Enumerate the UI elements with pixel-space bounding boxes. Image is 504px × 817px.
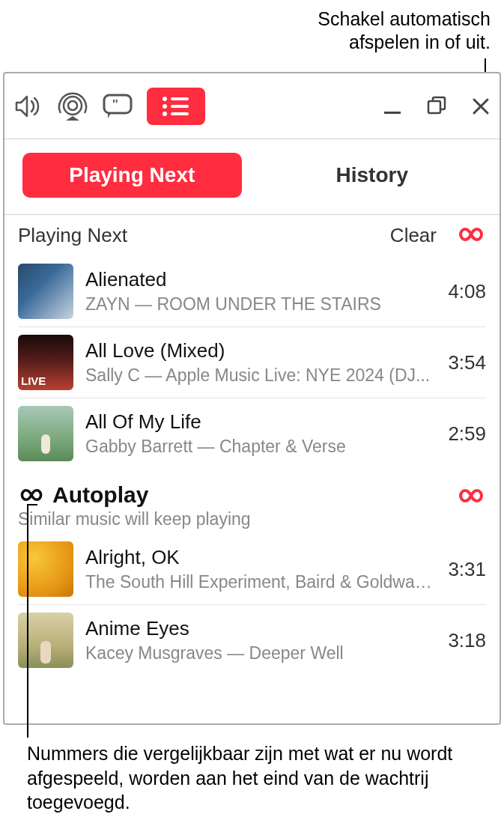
album-artwork [18,264,73,319]
titlebar-right [383,96,491,117]
svg-point-6 [163,104,167,109]
queue-tabs: Playing Next History [4,139,500,215]
svg-rect-11 [428,101,440,113]
tab-playing-next[interactable]: Playing Next [22,153,242,198]
lyrics-icon[interactable]: '' [102,93,133,120]
svg-text:'': '' [112,98,118,111]
volume-icon[interactable] [13,94,43,119]
svg-rect-10 [384,112,401,114]
infinity-icon [456,225,486,243]
track-duration: 3:31 [448,558,486,581]
track-title: Alright, OK [85,546,436,569]
airplay-icon[interactable] [57,92,88,121]
track-info: Anime Eyes Kacey Musgraves — Deeper Well [85,617,436,663]
queue-list-icon [160,95,192,118]
track-info: All Love (Mixed) Sally C — Apple Music L… [85,339,436,386]
titlebar-left: '' [13,88,205,125]
track-subtitle: ZAYN — ROOM UNDER THE STAIRS [85,294,436,315]
track-duration: 2:59 [448,422,486,446]
track-info: Alienated ZAYN — ROOM UNDER THE STAIRS [85,268,436,315]
track-row[interactable]: Alienated ZAYN — ROOM UNDER THE STAIRS 4… [18,256,486,327]
callout-line [27,504,28,738]
album-artwork [18,335,73,390]
track-info: Alright, OK The South Hill Experiment, B… [85,546,436,592]
svg-rect-5 [171,97,189,100]
album-artwork [18,406,73,461]
section-actions: Clear [390,224,486,247]
autoplay-header-left: Autoplay Similar music will keep playing [18,482,251,529]
track-info: All Of My Life Gabby Barrett — Chapter &… [85,410,436,457]
svg-rect-7 [171,105,189,108]
track-row[interactable]: All Love (Mixed) Sally C — Apple Music L… [18,327,486,398]
svg-point-1 [64,97,82,115]
autoplay-toggle[interactable] [456,225,486,246]
track-title: All Love (Mixed) [85,339,436,362]
autoplay-title: Autoplay [52,482,148,508]
clear-button[interactable]: Clear [390,224,437,247]
playing-next-header: Playing Next Clear [4,215,500,256]
svg-point-0 [68,101,77,110]
track-title: All Of My Life [85,410,436,434]
infinity-icon [456,487,486,505]
minimize-icon[interactable] [383,97,402,116]
track-title: Anime Eyes [85,617,436,640]
track-title: Alienated [85,268,436,291]
autoplay-list: Alright, OK The South Hill Experiment, B… [4,534,500,675]
section-title: Playing Next [18,224,127,247]
autoplay-toggle[interactable] [456,487,486,508]
track-duration: 3:18 [448,629,486,652]
track-row[interactable]: Alright, OK The South Hill Experiment, B… [18,534,486,604]
svg-point-8 [163,112,167,116]
queue-list: Alienated ZAYN — ROOM UNDER THE STAIRS 4… [4,256,500,469]
track-row[interactable]: Anime Eyes Kacey Musgraves — Deeper Well… [18,604,486,675]
autoplay-subtitle: Similar music will keep playing [18,509,251,529]
queue-button[interactable] [147,88,205,125]
track-duration: 4:08 [448,280,486,303]
autoplay-title-row: Autoplay [18,482,251,508]
track-subtitle: Kacey Musgraves — Deeper Well [85,643,436,663]
window-titlebar: '' [4,73,500,139]
callout-autoplay-toggle: Schakel automatischafspelen in of uit. [318,7,491,55]
close-icon[interactable] [471,97,491,116]
maximize-icon[interactable] [426,96,447,117]
tab-history[interactable]: History [263,153,482,198]
track-subtitle: The South Hill Experiment, Baird & Goldw… [85,572,436,592]
track-subtitle: Sally C — Apple Music Live: NYE 2024 (DJ… [85,365,436,386]
track-row[interactable]: All Of My Life Gabby Barrett — Chapter &… [18,398,486,469]
queue-window: '' Playing Next History Playing Next Cle… [3,72,501,725]
track-subtitle: Gabby Barrett — Chapter & Verse [85,437,436,457]
autoplay-section-header: Autoplay Similar music will keep playing [4,469,500,534]
callout-autoplay-description: Nummers die vergelijkbaar zijn met wat e… [27,741,467,815]
svg-point-4 [163,97,167,101]
svg-rect-9 [171,112,189,115]
infinity-icon [18,487,45,503]
track-duration: 3:54 [448,351,486,374]
